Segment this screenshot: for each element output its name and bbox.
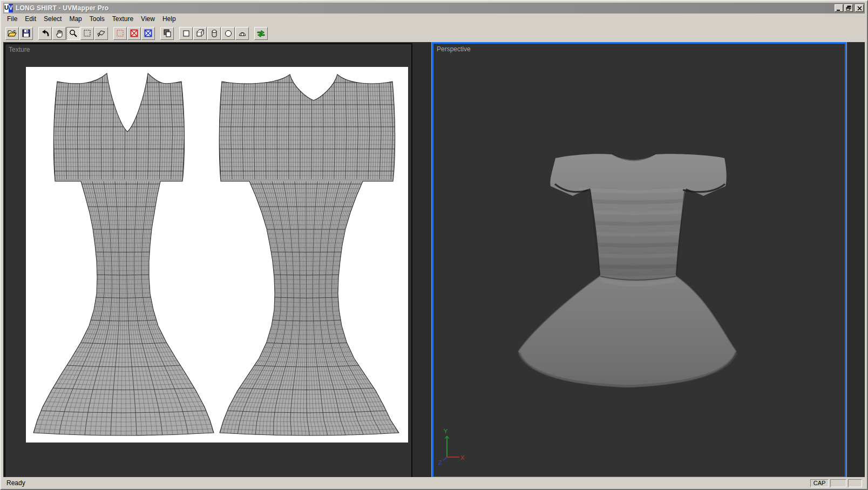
selection-box-blue-button[interactable] — [141, 27, 155, 40]
circle-icon — [224, 29, 233, 38]
close-icon — [857, 6, 862, 11]
restore-button[interactable] — [844, 4, 853, 12]
svg-text:Y: Y — [444, 428, 448, 434]
texture-viewport[interactable]: Texture — [4, 43, 412, 477]
workspace: Texture Perspective YXZ — [3, 42, 865, 477]
map-box-button[interactable] — [193, 27, 207, 40]
axis-indicator: YXZ — [438, 428, 465, 466]
menu-file[interactable]: File — [3, 14, 21, 24]
toolbar — [3, 24, 865, 42]
status-message: Ready — [5, 479, 809, 487]
menu-view[interactable]: View — [137, 14, 159, 24]
cube-icon — [196, 29, 205, 38]
svg-text:X: X — [460, 454, 465, 461]
menu-select[interactable]: Select — [40, 14, 65, 24]
magnifier-icon — [69, 29, 78, 38]
minimize-button[interactable] — [835, 4, 843, 12]
save-button[interactable] — [19, 27, 33, 40]
blue-crossed-box-icon — [144, 29, 152, 37]
map-spherical-button[interactable] — [221, 27, 235, 40]
caps-lock-indicator: CAP — [810, 479, 829, 487]
menu-help[interactable]: Help — [159, 14, 180, 24]
zoom-button[interactable] — [66, 27, 80, 40]
cylinder-icon — [210, 29, 219, 38]
title-bar[interactable]: U V LONG SHIRT - UVMapper Pro — [3, 3, 865, 13]
select-rectangle-button[interactable] — [80, 27, 94, 40]
window-title: LONG SHIRT - UVMapper Pro — [16, 4, 835, 12]
green-swap-arrows-icon — [256, 29, 266, 37]
app-window: U V LONG SHIRT - UVMapper Pro — [0, 0, 868, 490]
swap-texture-button[interactable] — [254, 27, 268, 40]
app-icon-u: U — [4, 4, 9, 12]
restore-icon — [846, 5, 851, 11]
menu-texture[interactable]: Texture — [109, 14, 137, 24]
undo-button[interactable] — [38, 27, 52, 40]
select-lasso-button[interactable] — [94, 27, 108, 40]
red-crossed-box-icon — [130, 29, 138, 37]
svg-text:Z: Z — [438, 459, 442, 466]
uv-map-canvas[interactable] — [26, 67, 408, 443]
minimize-icon — [836, 6, 842, 11]
scroll-lock-indicator — [848, 479, 862, 487]
model-3d-view: YXZ — [433, 44, 845, 477]
selection-box-red-button[interactable] — [127, 27, 141, 40]
undo-arrow-icon — [41, 29, 50, 37]
selection-marquee-button[interactable] — [113, 27, 127, 40]
duplicate-button[interactable] — [160, 27, 174, 40]
square-icon — [182, 29, 191, 38]
menu-edit[interactable]: Edit — [21, 14, 40, 24]
red-dashed-rectangle-icon — [116, 29, 124, 37]
dashed-rectangle-icon — [83, 29, 91, 37]
lasso-icon — [97, 29, 106, 37]
map-polar-button[interactable] — [235, 27, 249, 40]
menu-tools[interactable]: Tools — [86, 14, 109, 24]
open-folder-icon — [8, 29, 17, 37]
window-controls — [835, 4, 864, 12]
open-button[interactable] — [5, 27, 19, 40]
hand-icon — [55, 29, 64, 38]
overlapping-squares-icon — [163, 29, 171, 37]
menu-map[interactable]: Map — [65, 14, 85, 24]
dome-icon — [238, 29, 247, 38]
texture-viewport-label: Texture — [9, 46, 30, 53]
status-bar: Ready CAP — [3, 478, 865, 488]
floppy-disk-icon — [22, 29, 30, 37]
perspective-viewport[interactable]: Perspective YXZ — [432, 42, 846, 477]
num-lock-indicator — [830, 479, 846, 487]
pan-button[interactable] — [52, 27, 66, 40]
map-cylindrical-button[interactable] — [207, 27, 221, 40]
app-icon: U V — [4, 4, 13, 12]
map-planar-button[interactable] — [179, 27, 193, 40]
uv-wireframe — [26, 67, 408, 443]
app-icon-v: V — [9, 4, 13, 12]
menu-bar: File Edit Select Map Tools Texture View … — [3, 13, 865, 24]
close-button[interactable] — [855, 4, 864, 12]
